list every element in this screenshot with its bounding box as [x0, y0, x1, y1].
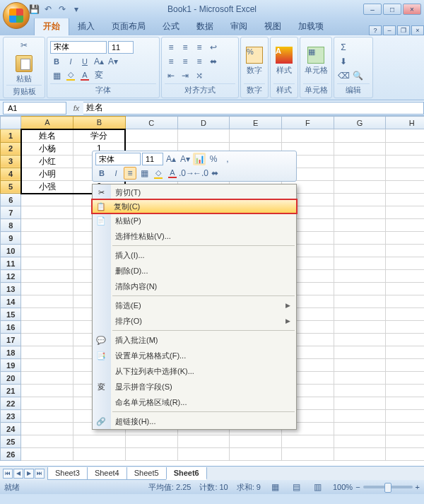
cell-C26[interactable]: [125, 448, 177, 461]
mini-align-center[interactable]: ≡: [124, 167, 136, 180]
cells-button[interactable]: ▦单元格: [303, 40, 329, 83]
cell-G20[interactable]: [334, 372, 386, 385]
cell-H9[interactable]: [386, 232, 424, 245]
row-header-17[interactable]: 17: [1, 334, 21, 346]
cell-G2[interactable]: [334, 142, 386, 155]
cell-H18[interactable]: [386, 346, 424, 359]
zoom-slider[interactable]: [363, 486, 413, 488]
cell-G10[interactable]: [334, 245, 386, 257]
cell-A19[interactable]: [21, 359, 73, 372]
doc-minimize-button[interactable]: –: [383, 25, 396, 35]
row-header-18[interactable]: 18: [1, 346, 21, 359]
cell-A24[interactable]: [21, 423, 73, 435]
row-header-26[interactable]: 26: [1, 448, 21, 461]
cell-G9[interactable]: [334, 232, 386, 245]
cell-G22[interactable]: [334, 397, 386, 410]
tab-page-layout[interactable]: 页面布局: [103, 18, 154, 35]
cell-A26[interactable]: [21, 448, 73, 461]
row-header-24[interactable]: 24: [1, 423, 21, 435]
number-format-button[interactable]: %数字: [244, 40, 265, 83]
menu-item[interactable]: 変显示拼音字段(S): [93, 379, 296, 394]
cell-G13[interactable]: [334, 283, 386, 295]
cell-B1[interactable]: 学分: [73, 129, 126, 143]
col-header-H[interactable]: H: [386, 117, 424, 129]
col-header-G[interactable]: G: [334, 117, 386, 129]
cell-G1[interactable]: [334, 129, 386, 143]
styles-button[interactable]: A样式: [273, 40, 295, 83]
undo-icon[interactable]: ↶: [42, 4, 54, 15]
font-color-button[interactable]: A: [78, 69, 91, 82]
cell-H5[interactable]: [386, 180, 424, 194]
row-header-7[interactable]: 7: [1, 206, 21, 219]
row-header-20[interactable]: 20: [1, 372, 21, 385]
row-header-21[interactable]: 21: [1, 385, 21, 397]
row-header-3[interactable]: 3: [1, 155, 21, 168]
font-name-input[interactable]: [50, 41, 107, 54]
doc-close-button[interactable]: ×: [411, 25, 424, 35]
phonetic-button[interactable]: 変: [93, 69, 105, 82]
cell-A25[interactable]: [21, 435, 73, 448]
row-header-10[interactable]: 10: [1, 245, 21, 257]
col-header-F[interactable]: F: [281, 117, 334, 129]
cell-G3[interactable]: [334, 155, 386, 168]
menu-item[interactable]: 🔗超链接(H)...: [93, 414, 296, 429]
menu-item[interactable]: 📄粘贴(P): [93, 213, 296, 228]
cell-H17[interactable]: [386, 334, 424, 346]
save-icon[interactable]: 💾: [28, 4, 40, 15]
mini-font-size[interactable]: [142, 153, 163, 165]
mini-merge[interactable]: ⬌: [208, 167, 221, 180]
col-header-E[interactable]: E: [230, 117, 282, 129]
border-button[interactable]: ▦: [50, 69, 63, 82]
cell-H15[interactable]: [386, 308, 424, 321]
cell-H4[interactable]: [386, 168, 424, 180]
close-button[interactable]: ×: [403, 4, 421, 15]
sheet-nav-last[interactable]: ⏭: [35, 469, 45, 479]
menu-item[interactable]: 删除(D)...: [93, 263, 296, 279]
cell-G12[interactable]: [334, 270, 386, 283]
row-header-2[interactable]: 2: [1, 142, 21, 155]
cell-H13[interactable]: [386, 283, 424, 295]
cell-H2[interactable]: [386, 142, 424, 155]
cell-C1[interactable]: [125, 129, 177, 143]
menu-item[interactable]: 从下拉列表中选择(K)...: [93, 363, 296, 379]
cell-G17[interactable]: [334, 334, 386, 346]
menu-item[interactable]: 插入(I)...: [93, 247, 296, 263]
cell-H1[interactable]: [386, 129, 424, 143]
cell-G15[interactable]: [334, 308, 386, 321]
cell-A12[interactable]: [21, 270, 73, 283]
cell-H3[interactable]: [386, 155, 424, 168]
view-normal-button[interactable]: ▦: [269, 481, 282, 493]
cell-G8[interactable]: [334, 219, 386, 232]
office-button[interactable]: [3, 2, 30, 29]
cell-H8[interactable]: [386, 219, 424, 232]
cell-H24[interactable]: [386, 423, 424, 435]
doc-restore-button[interactable]: ❐: [397, 25, 410, 35]
cell-A20[interactable]: [21, 372, 73, 385]
font-size-input[interactable]: [108, 41, 134, 54]
fx-icon[interactable]: fx: [69, 104, 83, 112]
cell-A1[interactable]: 姓名: [21, 129, 73, 143]
row-header-8[interactable]: 8: [1, 219, 21, 232]
align-center-button[interactable]: ≡: [179, 55, 192, 68]
row-header-13[interactable]: 13: [1, 283, 21, 295]
wrap-text-button[interactable]: ↩: [207, 41, 220, 54]
minimize-button[interactable]: –: [363, 4, 382, 15]
indent-decrease-button[interactable]: ⇤: [165, 69, 177, 82]
tab-formulas[interactable]: 公式: [154, 18, 188, 35]
zoom-in-button[interactable]: +: [416, 483, 420, 491]
paste-button[interactable]: 粘贴: [11, 54, 37, 85]
row-header-6[interactable]: 6: [1, 194, 21, 206]
cell-H16[interactable]: [386, 321, 424, 334]
select-all-corner[interactable]: [1, 117, 21, 129]
mini-shrink-font[interactable]: A▾: [179, 153, 192, 165]
mini-grow-font[interactable]: A▴: [165, 153, 177, 165]
grow-font-button[interactable]: A▴: [93, 55, 105, 68]
menu-item[interactable]: ✂剪切(T): [93, 184, 296, 200]
cell-E1[interactable]: [230, 129, 282, 143]
cell-G25[interactable]: [334, 435, 386, 448]
mini-italic[interactable]: I: [110, 167, 122, 180]
col-header-B[interactable]: B: [73, 117, 126, 129]
cell-A10[interactable]: [21, 245, 73, 257]
cell-A3[interactable]: 小红: [21, 155, 73, 168]
cell-H23[interactable]: [386, 410, 424, 423]
